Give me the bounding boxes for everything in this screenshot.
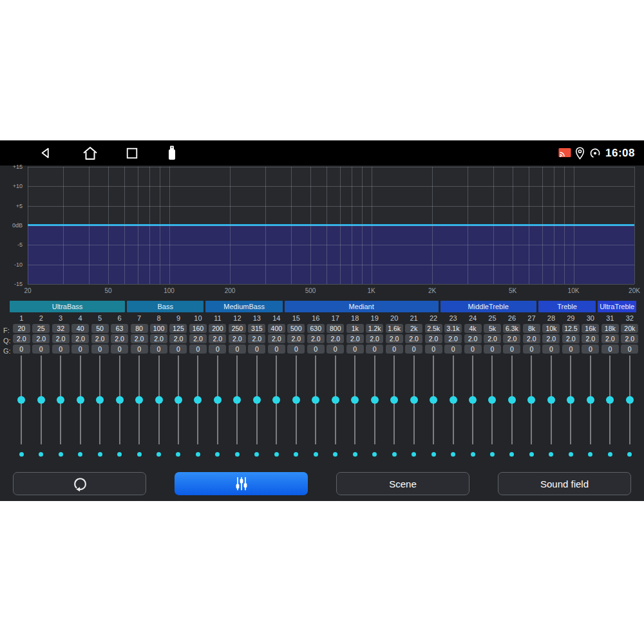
band-slider[interactable] <box>227 355 247 444</box>
band-dot-cell <box>129 451 149 457</box>
band-slider[interactable] <box>267 355 286 444</box>
db-tick-label: -15 <box>14 281 23 287</box>
band-slider[interactable] <box>384 355 404 444</box>
band-slider-knob[interactable] <box>233 396 241 404</box>
band-q-value: 2.0 <box>150 334 167 343</box>
band-slider-knob[interactable] <box>135 396 143 404</box>
db-tick-label: +15 <box>13 164 23 170</box>
band-column: 178002.00 <box>326 314 345 354</box>
band-slider-knob[interactable] <box>77 396 84 404</box>
band-number: 30 <box>587 314 594 323</box>
band-column: 222.5k2.00 <box>424 314 443 354</box>
band-slider[interactable] <box>51 355 70 444</box>
band-slider[interactable] <box>482 355 502 444</box>
band-slider-knob[interactable] <box>508 396 516 404</box>
band-freq-value: 250 <box>229 324 246 333</box>
band-slider[interactable] <box>542 355 561 444</box>
band-slider-knob[interactable] <box>194 396 202 404</box>
band-dot <box>333 452 337 457</box>
band-slider-knob[interactable] <box>351 396 359 404</box>
band-slider-knob[interactable] <box>626 396 634 404</box>
band-freq-value: 1.6k <box>386 324 403 333</box>
band-slider-knob[interactable] <box>450 396 457 404</box>
band-freq-value: 315 <box>248 324 265 333</box>
band-slider[interactable] <box>188 355 207 444</box>
band-slider[interactable] <box>424 355 443 444</box>
band-slider-knob[interactable] <box>292 396 300 404</box>
band-slider-knob[interactable] <box>272 396 280 404</box>
reset-button[interactable] <box>13 472 146 495</box>
band-slider[interactable] <box>129 355 149 444</box>
scene-button[interactable]: Scene <box>336 472 469 495</box>
band-slider[interactable] <box>12 355 31 444</box>
recents-button[interactable] <box>125 140 139 166</box>
sound-field-button[interactable]: Sound field <box>498 472 631 495</box>
band-slider-knob[interactable] <box>567 396 574 404</box>
back-button[interactable] <box>39 140 54 166</box>
band-slider-knob[interactable] <box>214 396 222 404</box>
band-slider[interactable] <box>247 355 267 444</box>
band-slider[interactable] <box>208 355 227 444</box>
band-dot <box>412 452 416 457</box>
band-slider-knob[interactable] <box>527 396 535 404</box>
band-slider[interactable] <box>561 355 580 444</box>
band-slider[interactable] <box>463 355 482 444</box>
band-dot <box>471 452 475 457</box>
band-gain-value: 0 <box>386 345 403 354</box>
band-slider[interactable] <box>522 355 541 444</box>
band-column: 101602.00 <box>188 314 207 354</box>
band-column: 4402.00 <box>70 314 90 354</box>
band-slider-knob[interactable] <box>116 396 124 404</box>
band-number: 8 <box>156 314 160 323</box>
band-slider-knob[interactable] <box>155 396 163 404</box>
band-slider[interactable] <box>169 355 188 444</box>
band-slider-knob[interactable] <box>430 396 437 404</box>
band-slider[interactable] <box>404 355 423 444</box>
home-button[interactable] <box>82 140 99 166</box>
band-slider-knob[interactable] <box>96 396 104 404</box>
band-slider-knob[interactable] <box>390 396 398 404</box>
band-slider[interactable] <box>600 355 620 444</box>
band-slider[interactable] <box>326 355 345 444</box>
band-slider[interactable] <box>502 355 522 444</box>
band-indicator-dots <box>12 451 639 457</box>
band-slider-knob[interactable] <box>312 396 319 404</box>
band-slider[interactable] <box>620 355 639 444</box>
band-slider[interactable] <box>109 355 129 444</box>
band-gain-value: 0 <box>131 345 148 354</box>
band-gain-value: 0 <box>307 345 325 354</box>
band-slider[interactable] <box>287 355 306 444</box>
band-slider[interactable] <box>365 355 384 444</box>
band-slider-knob[interactable] <box>547 396 555 404</box>
location-icon <box>575 147 585 160</box>
band-slider-knob[interactable] <box>253 396 261 404</box>
band-slider-knob[interactable] <box>469 396 477 404</box>
band-slider[interactable] <box>306 355 325 444</box>
band-column: 3322.00 <box>51 314 70 354</box>
band-group-label: Treble <box>538 301 596 312</box>
band-slider[interactable] <box>70 355 90 444</box>
band-dot-cell <box>31 451 50 457</box>
band-slider[interactable] <box>443 355 462 444</box>
band-slider-knob[interactable] <box>37 396 45 404</box>
band-slider-knob[interactable] <box>606 396 614 404</box>
band-slider-knob[interactable] <box>587 396 594 404</box>
band-slider-knob[interactable] <box>57 396 64 404</box>
band-slider[interactable] <box>581 355 600 444</box>
band-slider[interactable] <box>345 355 365 444</box>
band-freq-value: 400 <box>268 324 285 333</box>
band-slider-knob[interactable] <box>410 396 418 404</box>
band-slider-knob[interactable] <box>175 396 182 404</box>
band-freq-value: 500 <box>287 324 305 333</box>
eq-button[interactable] <box>175 472 308 495</box>
band-slider-knob[interactable] <box>332 396 339 404</box>
band-slider[interactable] <box>149 355 168 444</box>
bottom-button-bar: Scene Sound field <box>13 472 631 495</box>
band-slider-knob[interactable] <box>17 396 25 404</box>
band-slider[interactable] <box>31 355 50 444</box>
band-slider-knob[interactable] <box>371 396 379 404</box>
band-slider-knob[interactable] <box>488 396 496 404</box>
band-number: 10 <box>194 314 202 323</box>
band-slider[interactable] <box>90 355 109 444</box>
usb-device-button[interactable] <box>166 140 178 166</box>
